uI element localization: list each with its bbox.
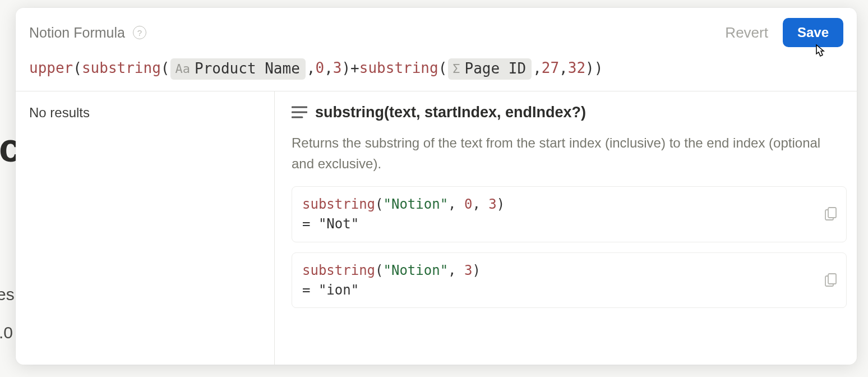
paren: ( xyxy=(161,59,170,76)
copy-icon[interactable] xyxy=(825,207,837,222)
save-button[interactable]: Save xyxy=(783,18,843,47)
no-results-label: No results xyxy=(29,105,261,121)
paren: ) xyxy=(497,196,505,212)
signature-row: substring(text, startIndex, endIndex?) xyxy=(292,104,847,121)
text-property-icon: Aa xyxy=(175,61,190,77)
function-description: Returns the substring of the text from t… xyxy=(292,132,830,174)
example-fn: substring xyxy=(302,263,375,278)
svg-rect-6 xyxy=(828,274,836,284)
number-literal: 27 xyxy=(542,59,559,76)
formula-editor-modal: Notion Formula ? Revert Save upper(subst… xyxy=(16,8,857,365)
help-icon[interactable]: ? xyxy=(133,26,146,39)
plus-operator: + xyxy=(350,59,359,76)
paren: ) xyxy=(585,59,594,76)
property-token-page-id[interactable]: ΣPage ID xyxy=(448,58,532,80)
example-result: = "Not" xyxy=(302,214,836,234)
comma: , xyxy=(533,59,542,76)
sep: , xyxy=(448,263,464,278)
comma: , xyxy=(324,59,333,76)
paren: ) xyxy=(594,59,603,76)
example-block: substring("Notion", 3) = "ion" xyxy=(292,252,847,309)
background-text: es xyxy=(0,285,15,304)
paren: ( xyxy=(438,59,447,76)
example-result: = "ion" xyxy=(302,281,836,300)
fn-upper: upper xyxy=(29,59,73,76)
modal-header: Notion Formula ? Revert Save xyxy=(16,8,857,56)
svg-rect-4 xyxy=(828,208,836,218)
modal-title: Notion Formula xyxy=(29,25,125,41)
revert-button[interactable]: Revert xyxy=(717,20,776,46)
fn-substring: substring xyxy=(359,59,438,76)
example-block: substring("Notion", 0, 3) = "Not" xyxy=(292,186,847,242)
sep: , xyxy=(472,196,488,212)
sep: , xyxy=(448,196,464,212)
formula-property-icon: Σ xyxy=(453,61,460,77)
number-literal: 3 xyxy=(488,196,496,212)
string-literal: "Notion" xyxy=(384,263,449,278)
paren: ) xyxy=(341,59,350,76)
number-literal: 3 xyxy=(464,263,472,278)
paren: ( xyxy=(375,263,383,278)
text-lines-icon xyxy=(292,106,307,118)
paren: ( xyxy=(375,196,383,212)
formula-input[interactable]: upper(substring(AaProduct Name,0,3)+subs… xyxy=(16,56,857,91)
example-fn: substring xyxy=(302,196,375,212)
property-token-label: Page ID xyxy=(465,59,527,79)
property-token-label: Product Name xyxy=(195,59,300,79)
copy-icon[interactable] xyxy=(825,273,837,288)
property-token-product-name[interactable]: AaProduct Name xyxy=(170,58,305,80)
number-literal: 0 xyxy=(464,196,472,212)
modal-body: No results substring(text, startIndex, e… xyxy=(16,91,857,365)
comma: , xyxy=(559,59,568,76)
documentation-panel: substring(text, startIndex, endIndex?) R… xyxy=(275,91,857,365)
suggestions-panel: No results xyxy=(16,91,275,365)
fn-substring: substring xyxy=(82,59,161,76)
comma: , xyxy=(307,59,316,76)
number-literal: 0 xyxy=(315,59,324,76)
string-literal: "Notion" xyxy=(384,196,449,212)
function-signature: substring(text, startIndex, endIndex?) xyxy=(315,104,586,121)
number-literal: 32 xyxy=(568,59,585,76)
number-literal: 3 xyxy=(333,59,342,76)
paren: ( xyxy=(73,59,82,76)
paren: ) xyxy=(472,263,480,278)
background-text: .0 xyxy=(0,323,13,342)
